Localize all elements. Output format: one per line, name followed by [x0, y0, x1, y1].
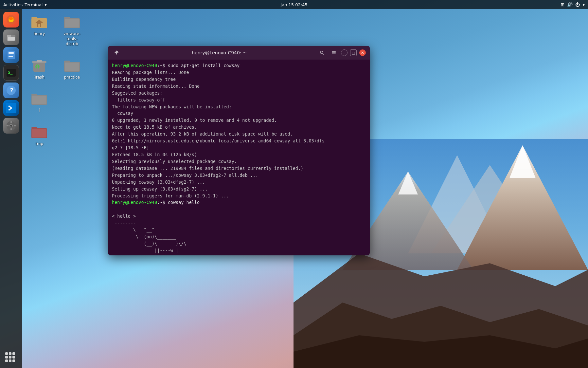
terminal-line-10: Need to get 18.5 kB of archives. [112, 124, 366, 131]
terminal-line-6: filters cowsay-off [112, 97, 366, 103]
svg-text:$_: $_ [8, 70, 13, 75]
terminal-line-2: Reading package lists... Done [112, 69, 366, 76]
terminal-search-button[interactable] [317, 48, 327, 57]
terminal-line-24: -------- [112, 220, 366, 227]
power-dropdown-arrow[interactable]: ▾ [582, 2, 585, 7]
terminal-maximize-button[interactable]: □ [350, 49, 357, 56]
svg-rect-36 [38, 24, 40, 27]
svg-rect-42 [37, 60, 42, 62]
terminal-dropdown-arrow[interactable]: ▾ [45, 2, 47, 7]
dock-item-files[interactable] [3, 29, 19, 45]
svg-rect-56 [332, 52, 336, 53]
svg-rect-55 [332, 51, 336, 52]
sound-icon[interactable]: 🔊 [567, 2, 573, 7]
topbar: Activities Terminal ▾ Jan 15 02:45 ⊞ 🔊 ⏻… [0, 0, 588, 9]
terminal-line-7: The following NEW packages will be insta… [112, 103, 366, 110]
dock: $_ ? [0, 9, 22, 368]
desktop-icon-henry[interactable]: henry [26, 13, 52, 37]
terminal-line-19: Setting up cowsay (3.03+dfsg2-7) ... [112, 186, 366, 193]
desktop-icon-practice-label: practice [64, 75, 80, 80]
svg-rect-29 [10, 128, 12, 130]
terminal-line-21: henry@Lenovo-C940:~$ cowsay hello [112, 199, 366, 206]
terminal-menu-button[interactable] [329, 48, 338, 57]
terminal-app-label[interactable]: Terminal [25, 2, 43, 7]
terminal-line-29: || || [112, 254, 366, 255]
desktop-icon-tmp[interactable]: tmp [26, 123, 52, 147]
desktop-icon-henry-label: henry [34, 31, 45, 37]
svg-rect-28 [10, 121, 12, 123]
terminal-line-11: After this operation, 93.2 kB of additio… [112, 131, 366, 138]
terminal-line-18: Unpacking cowsay (3.03+dfsg2-7) ... [112, 179, 366, 186]
terminal-line-22: ________ [112, 206, 366, 213]
svg-text:♻: ♻ [35, 63, 40, 70]
terminal-line-5: Suggested packages: [112, 90, 366, 97]
datetime-display: Jan 15 02:45 [280, 2, 307, 7]
dock-item-vscode[interactable] [3, 100, 19, 116]
terminal-line-8: cowsay [112, 110, 366, 117]
terminal-line-26: \ (oo)\_______ [112, 233, 366, 240]
desktop-icon-vmware-label: vmware-tools- distrib [59, 31, 85, 47]
terminal-line-17: Preparing to unpack .../cowsay_3.03+dfsg… [112, 172, 366, 179]
terminal-line-3: Building dependency tree [112, 76, 366, 83]
dock-item-writer[interactable] [3, 47, 19, 63]
terminal-line-23: < hello > [112, 213, 366, 220]
terminal-line-16: (Reading database ... 219984 files and d… [112, 165, 366, 172]
desktop-icon-practice[interactable]: practice [59, 57, 85, 80]
terminal-close-button[interactable]: ✕ [359, 49, 366, 56]
svg-rect-17 [9, 53, 14, 54]
svg-rect-30 [7, 125, 9, 126]
activities-button[interactable]: Activities [3, 2, 23, 7]
terminal-content[interactable]: henry@Lenovo-C940:~$ sudo apt-get instal… [108, 60, 370, 255]
terminal-line-27: (__)\ )\/\ [112, 240, 366, 247]
svg-point-53 [320, 51, 323, 54]
terminal-line-15: Selecting previously unselected package … [112, 158, 366, 165]
svg-rect-13 [7, 35, 11, 37]
svg-rect-14 [8, 37, 15, 41]
show-apps-button[interactable] [5, 352, 17, 364]
svg-rect-46 [65, 63, 79, 71]
desktop-icon-unnamed-label: l [39, 108, 40, 113]
dock-item-settings[interactable] [3, 118, 19, 134]
terminal-line-1: henry@Lenovo-C940:~$ sudo apt-get instal… [112, 62, 366, 69]
desktop-icon-vmware[interactable]: vmware-tools- distrib [59, 13, 85, 47]
svg-point-27 [10, 125, 12, 127]
terminal-title: henry@Lenovo-C940: ~ [124, 50, 315, 55]
network-icon[interactable]: ⊞ [561, 2, 565, 7]
terminal-line-25: \ ^__^ [112, 227, 366, 233]
terminal-line-9: 0 upgraded, 1 newly installed, 0 to remo… [112, 117, 366, 124]
dock-item-terminal[interactable]: $_ [3, 65, 19, 81]
svg-rect-39 [65, 19, 79, 28]
desktop-icon-unnamed[interactable]: l [26, 90, 52, 113]
dock-item-help[interactable]: ? [3, 83, 19, 98]
desktop-icon-tmp-label: tmp [35, 141, 43, 147]
svg-rect-57 [332, 54, 336, 54]
terminal-window: henry@Lenovo-C940: ~ − □ ✕ [108, 46, 370, 255]
svg-rect-31 [14, 125, 16, 126]
terminal-pin-button[interactable] [112, 48, 121, 57]
dock-item-firefox[interactable] [3, 12, 19, 28]
svg-text:?: ? [10, 87, 13, 94]
terminal-line-28: ||----w | [112, 247, 366, 254]
terminal-line-4: Reading state information... Done [112, 83, 366, 90]
svg-rect-19 [9, 56, 13, 57]
svg-line-54 [323, 54, 324, 55]
dock-separator [5, 137, 17, 137]
svg-rect-49 [32, 96, 46, 104]
desktop-icon-trash-label: Trash [34, 75, 45, 80]
svg-rect-18 [9, 55, 12, 55]
svg-rect-52 [32, 129, 46, 138]
desktop-icon-trash[interactable]: ♻ Trash [26, 57, 52, 80]
terminal-line-14: Fetched 18.5 kB in 0s (125 kB/s) [112, 151, 366, 158]
desktop-icons-area: henry vmware-tools- distrib [26, 13, 85, 147]
terminal-minimize-button[interactable]: − [341, 49, 347, 56]
terminal-titlebar: henry@Lenovo-C940: ~ − □ ✕ [108, 46, 370, 60]
terminal-line-20: Processing triggers for man-db (2.9.1-1)… [112, 193, 366, 199]
power-icon[interactable]: ⏻ [575, 2, 580, 7]
terminal-line-13: g2-7 [18.5 kB] [112, 144, 366, 151]
svg-rect-16 [9, 52, 14, 53]
terminal-line-12: Get:1 http://mirrors.ustc.edu.cn/ubuntu … [112, 138, 366, 144]
